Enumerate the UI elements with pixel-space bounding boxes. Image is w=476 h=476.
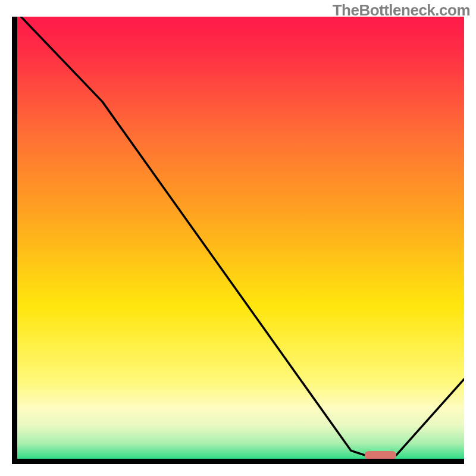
chart-plot	[12, 17, 464, 464]
attribution-label: TheBottleneck.com	[333, 1, 470, 20]
chart-container: TheBottleneck.com	[0, 0, 476, 476]
chart-svg	[12, 17, 464, 464]
optimal-range-marker	[365, 451, 396, 459]
gradient-background	[15, 17, 465, 462]
